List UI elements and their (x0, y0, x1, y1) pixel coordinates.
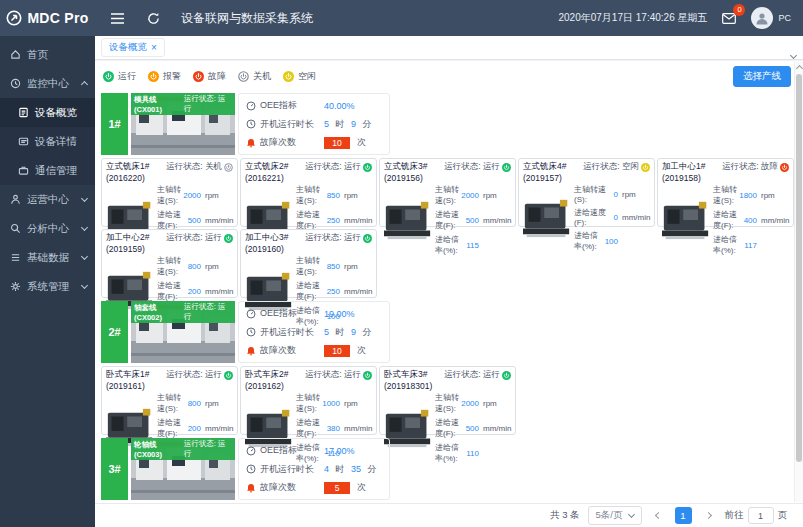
machine-status: 运行状态: 故障 (722, 161, 789, 173)
scroll-up-icon[interactable] (795, 62, 803, 72)
machine-card[interactable]: 立式铣床2#(2016221)运行状态: 运行 主轴转速(S):850rpm进给… (240, 158, 377, 227)
chevron-down-icon (81, 282, 88, 289)
sidebar-item-系统管理[interactable]: 系统管理 (0, 272, 95, 301)
runtime-row: 开机运行时长4 时 35 分 (246, 463, 382, 476)
machine-name: 卧式车床3#(201918301) (384, 369, 441, 391)
sidebar-item-首页[interactable]: 首页 (0, 40, 95, 69)
line-photo[interactable]: 轮轴线(CX003)运行状态: 运行 (131, 438, 235, 500)
spindle-value: 1800 (739, 191, 757, 200)
feed-row: 进给速度(F):400mm/min (713, 209, 789, 231)
machine-photo-image (384, 198, 432, 242)
prev-page-button[interactable] (650, 507, 667, 524)
spindle-row: 主轴转速(S):2000rpm (157, 184, 233, 206)
machine-card[interactable]: 立式铣床1#(2016220)运行状态: 关机 主轴转速(S):2000rpm进… (101, 158, 238, 227)
runtime-row: 开机运行时长5 时 9 分 (246, 118, 382, 131)
status-power-icon (363, 234, 372, 243)
line-photo-header: 模具线(CX001)运行状态: 运行 (131, 93, 235, 115)
fault-alarm-icon (246, 483, 256, 493)
legend-item-运行: 运行 (103, 70, 136, 83)
status-power-icon (283, 71, 294, 82)
page-size-select[interactable]: 5条/页 (588, 506, 642, 525)
runtime-hours: 4 (324, 464, 329, 474)
feed-value: 500 (466, 424, 479, 433)
goto-page-input[interactable] (748, 507, 774, 524)
tab-bar: 设备概览 × (95, 36, 803, 60)
fault-count-badge: 10 (324, 345, 350, 357)
message-badge: 0 (733, 4, 745, 16)
machine-status: 运行状态: 关机 (166, 161, 233, 173)
oee-row: OEE指标17.00% (246, 444, 382, 457)
scrollbar-thumb[interactable] (796, 74, 802, 462)
runtime-clock-icon (246, 119, 256, 129)
line-status: 运行状态: 运行 (184, 439, 232, 459)
line-number[interactable]: 3# (101, 438, 128, 500)
refresh-icon[interactable] (139, 0, 167, 36)
tab-close-icon[interactable]: × (151, 42, 157, 53)
vertical-scrollbar[interactable] (794, 62, 803, 502)
machine-photo (523, 196, 571, 240)
spindle-value: 800 (188, 262, 201, 271)
line-stats-card: OEE指标40.00%开机运行时长5 时 9 分故障次数10次 (238, 93, 390, 155)
machine-photo (384, 406, 432, 450)
line-photo-header: 轴套线(CX002)运行状态: 运行 (131, 301, 235, 323)
tabs-dropdown-icon[interactable] (791, 44, 796, 62)
machine-card[interactable]: 加工中心2#(2019159)运行状态: 运行 主轴转速(S):800rpm进给… (101, 229, 238, 298)
page-size-value: 5条/页 (596, 509, 623, 522)
machine-card[interactable]: 卧式车床1#(2019161)运行状态: 运行 主轴转速(S):800rpm进给… (101, 366, 238, 435)
sidebar-item-基础数据[interactable]: 基础数据 (0, 243, 95, 272)
line-number[interactable]: 1# (101, 93, 128, 155)
machine-status: 运行状态: 运行 (305, 369, 372, 381)
line-name: 轮轴线(CX003) (134, 440, 184, 459)
machine-photo-image (662, 198, 710, 242)
feed-value: 250 (327, 216, 340, 225)
machine-card[interactable]: 加工中心1#(2019158)运行状态: 故障 主轴转速(S):1800rpm进… (657, 158, 794, 227)
line-summary-2#[interactable]: 2#轴套线(CX002)运行状态: 运行OEE指标19.00%开机运行时长5 时… (101, 301, 797, 363)
legend-item-故障: 故障 (193, 70, 226, 83)
machine-card[interactable]: 卧式车床3#(201918301)运行状态: 运行 主轴转速(S):2000rp… (379, 366, 516, 435)
override-value: 115 (466, 241, 479, 250)
device-detail-icon (18, 136, 29, 147)
machine-card[interactable]: 加工中心3#(2019160)运行状态: 运行 主轴转速(S):850rpm进给… (240, 229, 377, 298)
line-summary-1#[interactable]: 1#模具线(CX001)运行状态: 运行OEE指标40.00%开机运行时长5 时… (101, 93, 797, 155)
brand-name: MDC Pro (27, 10, 88, 26)
line-number[interactable]: 2# (101, 301, 128, 363)
tab-label: 设备概览 (109, 41, 147, 54)
spindle-row: 主轴转速(S):800rpm (157, 255, 233, 277)
hamburger-icon[interactable] (103, 0, 131, 36)
feed-value: 250 (327, 287, 340, 296)
status-power-icon (780, 163, 789, 172)
fault-count-badge: 5 (324, 482, 350, 494)
comm-manage-icon (18, 165, 29, 176)
next-page-button[interactable] (700, 507, 717, 524)
sidebar-item-分析中心[interactable]: 分析中心 (0, 214, 95, 243)
machine-card[interactable]: 立式铣床3#(2019156)运行状态: 运行 主轴转速(S):2000rpm进… (379, 158, 516, 227)
line-photo[interactable]: 轴套线(CX002)运行状态: 运行 (131, 301, 235, 363)
machine-card[interactable]: 卧式车床2#(2019162)运行状态: 运行 主轴转速(S):1000rpm进… (240, 366, 377, 435)
status-power-icon (363, 371, 372, 380)
chevron-down-icon (81, 224, 88, 231)
sidebar-item-通信管理[interactable]: 通信管理 (0, 156, 95, 185)
fault-row: 故障次数10次 (246, 344, 382, 357)
select-line-button[interactable]: 选择产线 (733, 66, 791, 87)
line-photo[interactable]: 模具线(CX001)运行状态: 运行 (131, 93, 235, 155)
sidebar-item-监控中心[interactable]: 监控中心 (0, 69, 95, 98)
machine-status: 运行状态: 运行 (305, 161, 372, 173)
sidebar-item-设备详情[interactable]: 设备详情 (0, 127, 95, 156)
fault-count-badge: 10 (324, 137, 350, 149)
tab-device-overview[interactable]: 设备概览 × (101, 38, 165, 57)
message-icon[interactable]: 0 (719, 8, 739, 28)
sidebar-item-设备概览[interactable]: 设备概览 (0, 98, 95, 127)
chevron-up-icon (81, 81, 88, 88)
override-value: 117 (744, 241, 757, 250)
machine-card-grid: 卧式车床1#(2019161)运行状态: 运行 主轴转速(S):800rpm进给… (101, 366, 797, 435)
spindle-row: 主轴转速(S):850rpm (296, 255, 372, 277)
sidebar-item-运营中心[interactable]: 运营中心 (0, 185, 95, 214)
feed-value: 400 (744, 216, 757, 225)
user-menu[interactable]: PC (751, 7, 791, 29)
page-1-button[interactable]: 1 (675, 507, 692, 524)
feed-value: 500 (466, 216, 479, 225)
device-overview-icon (18, 107, 29, 118)
status-power-icon (224, 234, 233, 243)
machine-card[interactable]: 立式铣床4#(2019157)运行状态: 空闲 主轴转速(S):0rpm进给速度… (518, 158, 655, 227)
header-right: 2020年07月17日 17:40:26 星期五 0 PC (559, 7, 803, 29)
